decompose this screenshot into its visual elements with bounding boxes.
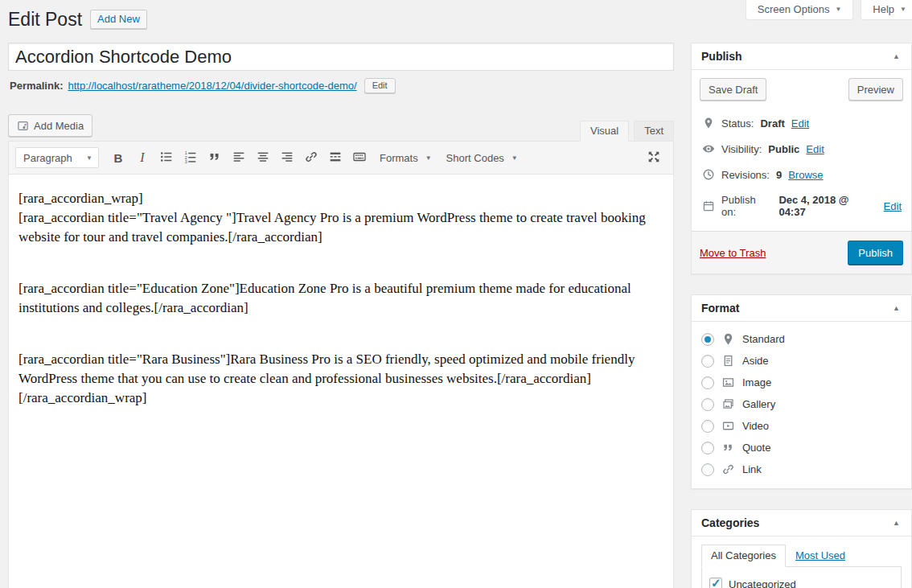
browse-revisions-link[interactable]: Browse <box>788 169 823 181</box>
short-codes-dropdown[interactable]: Short Codes ▼ <box>439 147 525 168</box>
pin-icon <box>721 332 736 346</box>
preview-button[interactable]: Preview <box>848 78 903 101</box>
edit-publish-date-link[interactable]: Edit <box>884 200 902 212</box>
permalink-label: Permalink: <box>10 80 63 92</box>
tab-most-used[interactable]: Most Used <box>786 545 855 566</box>
format-option-gallery[interactable]: Gallery <box>701 393 902 415</box>
align-left-icon <box>232 150 246 167</box>
collapse-icon[interactable]: ▲ <box>891 519 902 527</box>
minor-publishing-actions: Save Draft Preview <box>692 70 911 109</box>
publish-panel-header[interactable]: Publish ▲ <box>692 43 911 70</box>
quote-icon <box>721 441 736 454</box>
tab-text[interactable]: Text <box>634 121 674 141</box>
visibility-value: Public <box>768 143 799 155</box>
tab-visual[interactable]: Visual <box>580 121 629 142</box>
categories-panel: Categories ▲ All Categories Most Used Un… <box>691 509 912 588</box>
chevron-down-icon: ▼ <box>511 154 518 162</box>
chevron-down-icon: ▼ <box>86 154 92 162</box>
format-option-aside[interactable]: Aside <box>701 350 902 372</box>
post-title-input[interactable] <box>8 43 674 71</box>
category-checklist: Uncategorized <box>701 566 902 588</box>
blockquote-button[interactable] <box>203 147 226 168</box>
add-new-button[interactable]: Add New <box>90 10 147 29</box>
edit-status-link[interactable]: Edit <box>791 117 809 130</box>
radio-button[interactable] <box>701 376 714 389</box>
editor-tools: Add Media Visual Text <box>8 113 674 141</box>
post-body-content: Permalink: http://localhost/raratheme/20… <box>8 43 674 588</box>
help-tab[interactable]: Help ▼ <box>861 0 912 20</box>
add-media-button[interactable]: Add Media <box>8 114 92 137</box>
format-option-label: Standard <box>742 333 785 345</box>
format-option-quote[interactable]: Quote <box>701 437 902 458</box>
format-option-link[interactable]: Link <box>701 458 902 480</box>
align-center-icon <box>256 150 270 167</box>
link-icon <box>304 150 318 167</box>
numbered-list-button[interactable]: 123 <box>179 147 202 168</box>
revisions-value: 9 <box>776 169 782 181</box>
revisions-row: Revisions: 9 Browse <box>701 162 902 187</box>
radio-button[interactable] <box>701 333 714 346</box>
permalink-row: Permalink: http://localhost/raratheme/20… <box>10 78 674 93</box>
format-option-label: Image <box>742 376 771 389</box>
collapse-icon[interactable]: ▲ <box>891 304 902 312</box>
format-panel-header[interactable]: Format ▲ <box>692 295 911 322</box>
edit-permalink-button[interactable]: Edit <box>364 78 396 93</box>
format-option-standard[interactable]: Standard <box>701 328 902 350</box>
align-left-button[interactable] <box>228 147 250 168</box>
video-icon <box>721 419 736 433</box>
help-label: Help <box>873 3 894 15</box>
radio-button[interactable] <box>701 463 714 476</box>
keyboard-shortcuts-button[interactable] <box>348 147 371 168</box>
editor-paragraph: [rara_accordian title="Education Zone"]E… <box>18 279 663 318</box>
save-draft-button[interactable]: Save Draft <box>700 78 766 101</box>
format-option-label: Quote <box>742 442 770 454</box>
format-options: StandardAsideImageGalleryVideoQuoteLink <box>692 322 911 488</box>
move-to-trash-link[interactable]: Move to Trash <box>700 247 766 259</box>
categories-panel-header[interactable]: Categories ▲ <box>692 510 911 537</box>
visibility-row: Visibility: Public Edit <box>701 136 902 162</box>
align-center-button[interactable] <box>252 147 274 168</box>
clock-icon <box>701 168 715 181</box>
visibility-label: Visibility: <box>721 143 762 155</box>
checkbox[interactable] <box>709 578 722 588</box>
format-option-label: Video <box>742 420 769 432</box>
categories-body: All Categories Most Used Uncategorized <box>692 537 911 588</box>
permalink-link[interactable]: http://localhost/raratheme/2018/12/04/di… <box>68 80 356 92</box>
formats-dropdown-label: Formats <box>380 152 418 164</box>
format-option-image[interactable]: Image <box>701 372 902 393</box>
link-icon <box>721 463 736 476</box>
major-publishing-actions: Move to Trash Publish <box>692 231 911 273</box>
format-option-label: Gallery <box>742 398 775 410</box>
status-value: Draft <box>760 117 784 130</box>
gallery-icon <box>721 397 736 411</box>
format-option-video[interactable]: Video <box>701 415 902 437</box>
formats-dropdown[interactable]: Formats ▼ <box>372 147 439 168</box>
screen-options-tab[interactable]: Screen Options ▼ <box>746 0 854 20</box>
editor-content[interactable]: [rara_accordian_wrap][rara_accordian tit… <box>9 175 673 588</box>
chevron-down-icon: ▼ <box>425 154 432 162</box>
more-tag-button[interactable] <box>324 147 347 168</box>
tab-all-categories[interactable]: All Categories <box>701 545 786 567</box>
screen-options-label: Screen Options <box>758 3 830 15</box>
bulleted-list-button[interactable] <box>155 147 178 168</box>
publish-button[interactable]: Publish <box>848 241 903 265</box>
status-label: Status: <box>721 117 754 130</box>
collapse-icon[interactable]: ▲ <box>891 52 902 60</box>
bold-button[interactable]: B <box>107 147 129 168</box>
radio-button[interactable] <box>701 398 714 411</box>
edit-visibility-link[interactable]: Edit <box>806 143 824 155</box>
publish-on-label: Publish on: <box>721 194 772 218</box>
format-option-label: Link <box>742 463 762 475</box>
paragraph-select-label: Paragraph <box>23 152 72 164</box>
radio-button[interactable] <box>701 420 714 433</box>
screen-meta: Screen Options ▼ Help ▼ <box>746 0 912 20</box>
category-item-uncategorized[interactable]: Uncategorized <box>709 575 894 588</box>
radio-button[interactable] <box>701 442 714 454</box>
fullscreen-button[interactable] <box>643 147 665 168</box>
insert-link-button[interactable] <box>300 147 322 168</box>
align-right-button[interactable] <box>276 147 298 168</box>
italic-button[interactable]: I <box>131 147 154 168</box>
format-option-label: Aside <box>742 355 769 367</box>
paragraph-select[interactable]: Paragraph ▼ <box>15 147 99 168</box>
radio-button[interactable] <box>701 355 714 368</box>
